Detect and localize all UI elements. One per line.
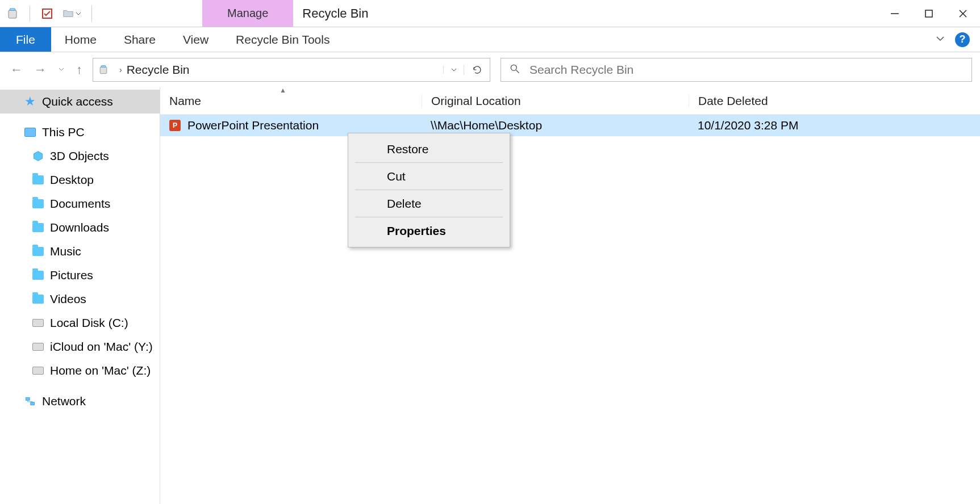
sidebar-item-downloads[interactable]: Downloads: [0, 216, 160, 240]
sidebar-item-network[interactable]: Network: [0, 389, 160, 413]
sidebar-label: Downloads: [50, 221, 109, 234]
context-menu-delete[interactable]: Delete: [355, 190, 503, 217]
sidebar-label: Network: [42, 394, 86, 408]
file-date-deleted: 10/1/2020 3:28 PM: [689, 119, 980, 132]
tab-home[interactable]: Home: [51, 27, 110, 52]
sidebar-item-videos[interactable]: Videos: [0, 287, 160, 311]
folder-icon: [32, 245, 44, 258]
sidebar-label: Videos: [50, 292, 86, 306]
powerpoint-file-icon: P: [169, 120, 181, 131]
file-name: PowerPoint Presentation: [187, 119, 319, 132]
recycle-bin-icon[interactable]: [6, 7, 19, 20]
folder-icon: [32, 198, 44, 210]
search-box[interactable]: [501, 58, 972, 82]
context-menu-properties[interactable]: Properties: [355, 217, 503, 245]
help-button[interactable]: ?: [955, 32, 970, 47]
svg-rect-10: [31, 402, 35, 405]
tab-view[interactable]: View: [169, 27, 222, 52]
address-location[interactable]: Recycle Bin: [127, 63, 190, 77]
svg-rect-6: [100, 67, 107, 74]
sidebar-label: Documents: [50, 197, 110, 211]
address-bar[interactable]: › Recycle Bin: [93, 58, 490, 82]
svg-line-8: [516, 70, 519, 73]
sidebar-item-pictures[interactable]: Pictures: [0, 263, 160, 287]
svg-rect-0: [9, 10, 16, 18]
window-title: Recycle Bin: [293, 0, 368, 27]
column-header-date-deleted[interactable]: Date Deleted: [689, 94, 980, 108]
sidebar-label: iCloud on 'Mac' (Y:): [50, 340, 153, 354]
context-menu-restore[interactable]: Restore: [355, 136, 503, 163]
back-button[interactable]: ←: [10, 62, 23, 77]
sidebar-item-desktop[interactable]: Desktop: [0, 168, 160, 192]
disk-icon: [32, 317, 44, 329]
column-headers: ▲ Name Original Location Date Deleted: [160, 87, 980, 115]
file-original-location: \\Mac\Home\Desktop: [422, 119, 689, 132]
folder-icon: [32, 293, 44, 305]
svg-rect-3: [925, 10, 932, 17]
recycle-bin-icon: [97, 63, 110, 77]
sort-ascending-icon: ▲: [280, 86, 286, 94]
ribbon-tabs: File Home Share View Recycle Bin Tools ?: [0, 27, 980, 52]
sidebar-label: 3D Objects: [50, 149, 109, 163]
sidebar-item-home-drive[interactable]: Home on 'Mac' (Z:): [0, 359, 160, 383]
context-menu-cut[interactable]: Cut: [355, 163, 503, 190]
sidebar-item-quick-access[interactable]: ★ Quick access: [0, 90, 160, 114]
folder-icon: [32, 221, 44, 234]
forward-button[interactable]: →: [34, 62, 47, 77]
network-icon: [24, 395, 36, 408]
quick-access-toolbar: [0, 0, 94, 27]
up-button[interactable]: ↑: [76, 62, 82, 77]
search-input[interactable]: [529, 63, 964, 77]
sidebar-label: This PC: [42, 125, 85, 139]
history-dropdown[interactable]: [58, 65, 65, 75]
quick-access-icon: ★: [24, 95, 36, 108]
column-header-name[interactable]: ▲ Name: [160, 94, 422, 108]
maximize-button[interactable]: [912, 0, 946, 27]
folder-icon: [32, 269, 44, 282]
sidebar-item-3d-objects[interactable]: 3D Objects: [0, 144, 160, 168]
disk-icon: [32, 364, 44, 377]
tab-recycle-bin-tools[interactable]: Recycle Bin Tools: [222, 27, 343, 52]
minimize-button[interactable]: [878, 0, 912, 27]
address-dropdown[interactable]: [443, 66, 464, 74]
context-menu: Restore Cut Delete Properties: [348, 133, 510, 247]
new-folder-qat-icon[interactable]: [62, 7, 81, 20]
cube-icon: [32, 150, 44, 162]
sidebar-label: Desktop: [50, 173, 94, 187]
table-row[interactable]: P PowerPoint Presentation \\Mac\Home\Des…: [160, 115, 980, 136]
folder-icon: [32, 174, 44, 186]
properties-qat-icon[interactable]: [40, 7, 54, 20]
this-pc-icon: [24, 126, 36, 138]
chevron-right-icon: ›: [119, 65, 122, 74]
column-label: Name: [169, 94, 201, 107]
ribbon-expand-icon[interactable]: [935, 33, 946, 47]
svg-point-7: [511, 65, 516, 70]
navigation-bar: ← → ↑ › Recycle Bin: [0, 52, 980, 87]
separator: [91, 6, 92, 22]
title-bar: Manage Recycle Bin: [0, 0, 980, 27]
search-icon: [509, 63, 520, 77]
separator: [30, 6, 30, 22]
sidebar-item-documents[interactable]: Documents: [0, 192, 160, 216]
disk-icon: [32, 341, 44, 353]
contextual-tab-manage[interactable]: Manage: [202, 0, 293, 27]
sidebar-label: Local Disk (C:): [50, 316, 128, 330]
sidebar-item-local-disk[interactable]: Local Disk (C:): [0, 311, 160, 335]
sidebar-item-music[interactable]: Music: [0, 240, 160, 263]
sidebar-item-icloud-drive[interactable]: iCloud on 'Mac' (Y:): [0, 335, 160, 359]
sidebar-label: Home on 'Mac' (Z:): [50, 364, 151, 377]
navigation-pane: ★ Quick access This PC 3D Objects Deskto…: [0, 87, 160, 504]
file-list: ▲ Name Original Location Date Deleted P …: [160, 87, 980, 504]
tab-file[interactable]: File: [0, 27, 51, 52]
sidebar-label: Pictures: [50, 268, 93, 282]
tab-share[interactable]: Share: [110, 27, 169, 52]
sidebar-label: Music: [50, 245, 81, 258]
refresh-button[interactable]: [464, 65, 490, 75]
sidebar-label: Quick access: [42, 95, 113, 108]
sidebar-item-this-pc[interactable]: This PC: [0, 120, 160, 144]
window-controls: [878, 0, 980, 27]
column-header-original-location[interactable]: Original Location: [422, 94, 689, 108]
svg-rect-9: [26, 397, 30, 400]
close-button[interactable]: [946, 0, 980, 27]
